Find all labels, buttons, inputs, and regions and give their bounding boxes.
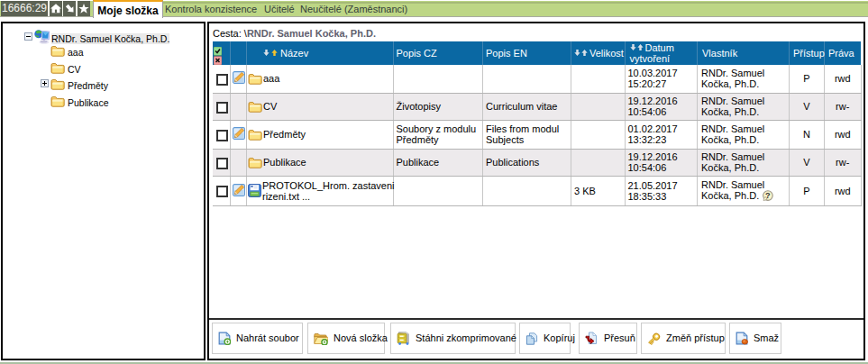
svg-text:?: ? [765,191,771,200]
